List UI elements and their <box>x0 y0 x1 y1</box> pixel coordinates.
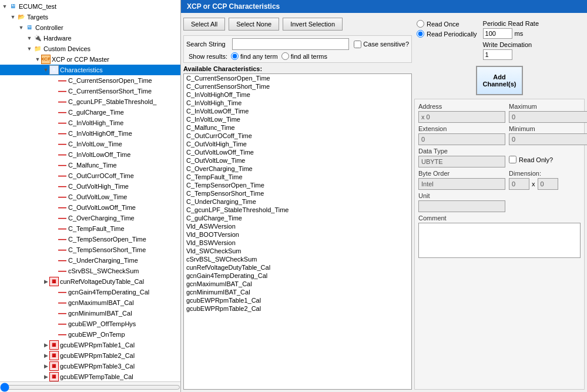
tree-node-i27[interactable]: ▶▦gcubEWPRpmTable2_Cal <box>0 350 180 361</box>
tree-node-i18[interactable]: —C_UnderCharging_Time <box>0 255 180 266</box>
available-list-item[interactable]: Vld_BSWVersion <box>184 239 411 247</box>
tree-node-i10[interactable]: —C_OutCurrOCoff_Time <box>0 170 180 181</box>
find-any-option[interactable]: find any term <box>231 52 278 60</box>
read-once-radio[interactable] <box>417 20 424 28</box>
expand-icon-i29[interactable]: ▶ <box>42 372 49 381</box>
tree-node-i5[interactable]: —C_InVoltHigh_Time <box>0 118 180 128</box>
tree-node-targets[interactable]: ▼📂Targets <box>0 12 180 22</box>
available-list-item[interactable]: C_TempSensorShort_Time <box>184 189 411 197</box>
available-list-item[interactable]: C_InVoltHighOff_Time <box>184 91 411 99</box>
available-list-item[interactable]: gcubEWPRpmTable2_Cal <box>184 304 411 313</box>
available-list-item[interactable]: C_InVoltHigh_Time <box>184 99 411 107</box>
tree-node-chars[interactable]: ▼≡Characteristics <box>0 65 180 75</box>
tree-scrollbar-bottom[interactable] <box>0 381 180 392</box>
available-list-item[interactable]: C_InVoltLow_Time <box>184 115 411 123</box>
tree-horizontal-scrollbar[interactable] <box>0 384 180 391</box>
data-type-input[interactable] <box>418 156 505 167</box>
expand-icon-custom[interactable]: ▼ <box>26 44 33 53</box>
tree-node-i7[interactable]: —C_InVoltLow_Time <box>0 139 180 149</box>
tree-node-i11[interactable]: —C_OutVoltHigh_Time <box>0 181 180 192</box>
dimension-x2-input[interactable] <box>538 178 558 190</box>
write-decimation-input[interactable] <box>483 49 512 60</box>
tree-node-i19[interactable]: —cSrvBSL_SWCheckSum <box>0 266 180 276</box>
tree-node-i23[interactable]: —gcnMinimumIBAT_Cal <box>0 308 180 319</box>
available-list-item[interactable]: C_CurrentSensorShort_Time <box>184 82 411 91</box>
tree-node-i28[interactable]: ▶▦gcubEWPRpmTable3_Cal <box>0 361 180 371</box>
tree-node-i8[interactable]: —C_InVoltLowOff_Time <box>0 149 180 160</box>
available-list-item[interactable]: C_CurrentSensorOpen_Time <box>184 74 411 82</box>
address-input[interactable] <box>418 111 505 123</box>
available-list-item[interactable]: gcnMinimumIBAT_Cal <box>184 288 411 296</box>
expand-icon-chars[interactable]: ▼ <box>42 65 49 75</box>
tree-node-i2[interactable]: —C_CurrentSensorShort_Time <box>0 86 180 96</box>
available-list-item[interactable]: C_gcunLPF_StableThreshold_Time <box>184 206 411 214</box>
tree-node-i1[interactable]: —C_CurrentSensorOpen_Time <box>0 75 180 86</box>
read-only-checkbox[interactable] <box>509 156 516 163</box>
tree-node-i17[interactable]: —C_TempSensorShort_Time <box>0 244 180 255</box>
tree-node-i20[interactable]: ▶▦cunRefVoltageDutyTable_Cal <box>0 276 180 287</box>
minimum-input[interactable] <box>509 133 587 145</box>
tree-node-i14[interactable]: —C_OverCharging_Time <box>0 213 180 223</box>
read-periodically-radio[interactable] <box>417 30 424 38</box>
expand-icon-ecumc[interactable]: ▼ <box>1 2 8 11</box>
tree-node-i15[interactable]: —C_TempFault_Time <box>0 223 180 234</box>
tree-node-i12[interactable]: —C_OutVoltLow_Time <box>0 192 180 202</box>
tree-container[interactable]: ▼🖥ECUMC_test▼📂Targets▼🖥Controller▼🔌Hardw… <box>0 0 180 381</box>
tree-node-i29[interactable]: ▶▦gcubEWPTempTable_Cal <box>0 371 180 381</box>
comment-textarea[interactable] <box>418 223 581 258</box>
available-list-item[interactable]: Vld_BOOTVersion <box>184 230 411 239</box>
dimension-x-input[interactable] <box>509 178 529 190</box>
available-list-item[interactable]: C_TempSensorOpen_Time <box>184 181 411 189</box>
maximum-input[interactable] <box>509 111 587 123</box>
select-none-button[interactable]: Select None <box>229 18 279 31</box>
extension-input[interactable] <box>418 133 505 145</box>
available-list-item[interactable]: gcnMaximumIBAT_Cal <box>184 280 411 288</box>
available-list-item[interactable]: gcubEWPRpmTable1_Cal <box>184 296 411 304</box>
tree-node-xcp[interactable]: ▼XCPXCP or CCP Master <box>0 54 180 65</box>
expand-icon-xcp[interactable]: ▼ <box>34 55 41 64</box>
available-list-item[interactable]: C_OutVoltLowOff_Time <box>184 148 411 156</box>
available-list-item[interactable]: C_OutVoltHigh_Time <box>184 140 411 148</box>
byte-order-input[interactable] <box>418 178 505 190</box>
tree-node-i3[interactable]: —C_gcunLPF_StableThreshold_ <box>0 96 180 107</box>
find-all-option[interactable]: find all terms <box>281 52 327 60</box>
available-list-item[interactable]: cunRefVoltageDutyTable_Cal <box>184 263 411 272</box>
available-list-item[interactable]: Vld_SWCheckSum <box>184 247 411 255</box>
expand-icon-i27[interactable]: ▶ <box>42 351 49 360</box>
read-periodically-option[interactable]: Read Periodically <box>417 30 477 38</box>
add-channel-button[interactable]: AddChannel(s) <box>476 66 523 95</box>
expand-icon-hardware[interactable]: ▼ <box>26 33 33 43</box>
invert-selection-button[interactable]: Invert Selection <box>283 18 343 31</box>
expand-icon-i20[interactable]: ▶ <box>42 277 49 286</box>
tree-node-custom[interactable]: ▼📁Custom Devices <box>0 43 180 54</box>
case-sensitive-checkbox[interactable] <box>354 41 361 48</box>
tree-node-i21[interactable]: —gcnGain4TempDerating_Cal <box>0 287 180 297</box>
tree-node-i6[interactable]: —C_InVoltHighOff_Time <box>0 128 180 139</box>
available-list-item[interactable]: C_TempFault_Time <box>184 173 411 181</box>
expand-icon-targets[interactable]: ▼ <box>9 12 16 22</box>
tree-node-i16[interactable]: —C_TempSensorOpen_Time <box>0 234 180 244</box>
select-all-button[interactable]: Select All <box>183 18 225 31</box>
available-list-item[interactable]: cSrvBSL_SWCheckSum <box>184 255 411 263</box>
unit-input[interactable] <box>418 200 505 212</box>
expand-icon-i26[interactable]: ▶ <box>42 340 49 350</box>
available-list-item[interactable]: C_OutVoltLow_Time <box>184 156 411 165</box>
available-list-item[interactable]: C_OutCurrOCoff_Time <box>184 132 411 140</box>
search-input[interactable] <box>232 38 349 50</box>
tree-node-controller[interactable]: ▼🖥Controller <box>0 22 180 33</box>
find-all-radio[interactable] <box>281 52 289 60</box>
expand-icon-i28[interactable]: ▶ <box>42 361 49 371</box>
available-list[interactable]: C_CurrentSensorOpen_TimeC_CurrentSensorS… <box>184 74 411 389</box>
periodic-rate-input[interactable] <box>483 28 512 39</box>
available-list-item[interactable]: C_Malfunc_Time <box>184 123 411 132</box>
tree-node-hardware[interactable]: ▼🔌Hardware <box>0 33 180 43</box>
available-list-item[interactable]: C_OverCharging_Time <box>184 165 411 173</box>
tree-node-ecumc[interactable]: ▼🖥ECUMC_test <box>0 1 180 12</box>
find-any-radio[interactable] <box>231 52 239 60</box>
tree-node-i25[interactable]: —gcubEWP_OnTemp <box>0 329 180 340</box>
tree-node-i22[interactable]: —gcnMaximumIBAT_Cal <box>0 297 180 308</box>
tree-node-i4[interactable]: —C_gulCharge_Time <box>0 107 180 118</box>
tree-node-i24[interactable]: —gcubEWP_OffTempHys <box>0 319 180 329</box>
expand-icon-controller[interactable]: ▼ <box>18 23 25 32</box>
available-list-item[interactable]: C_InVoltLowOff_Time <box>184 107 411 115</box>
